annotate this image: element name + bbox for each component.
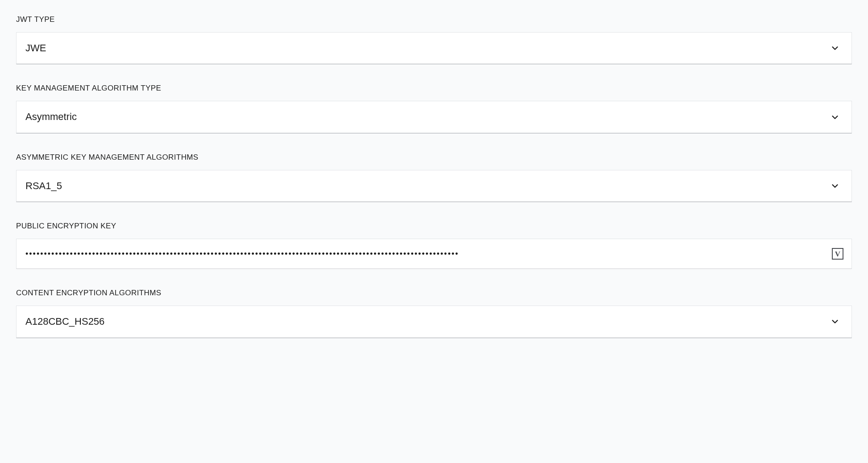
asym-key-algo-value: RSA1_5	[17, 170, 851, 202]
content-enc-algo-select[interactable]: A128CBC_HS256	[16, 306, 852, 338]
asym-key-algo-select[interactable]: RSA1_5	[16, 170, 852, 202]
jwt-type-value: JWE	[17, 33, 851, 64]
asym-key-algo-group: ASYMMETRIC KEY MANAGEMENT ALGORITHMS RSA…	[16, 153, 852, 202]
jwt-config-form: JWT TYPE JWE KEY MANAGEMENT ALGORITHM TY…	[0, 15, 868, 338]
content-enc-algo-group: CONTENT ENCRYPTION ALGORITHMS A128CBC_HS…	[16, 289, 852, 338]
jwt-type-select[interactable]: JWE	[16, 32, 852, 64]
vault-icon-letter: V	[835, 250, 840, 258]
jwt-type-group: JWT TYPE JWE	[16, 15, 852, 64]
public-enc-key-group: PUBLIC ENCRYPTION KEY ••••••••••••••••••…	[16, 222, 852, 269]
vault-icon[interactable]: V	[832, 248, 843, 260]
asym-key-algo-label: ASYMMETRIC KEY MANAGEMENT ALGORITHMS	[16, 153, 852, 162]
key-mgmt-type-label: KEY MANAGEMENT ALGORITHM TYPE	[16, 84, 852, 93]
jwt-type-label: JWT TYPE	[16, 15, 852, 24]
content-enc-algo-label: CONTENT ENCRYPTION ALGORITHMS	[16, 289, 852, 298]
public-enc-key-wrapper: ••••••••••••••••••••••••••••••••••••••••…	[16, 239, 852, 269]
content-enc-algo-value: A128CBC_HS256	[17, 306, 851, 337]
key-mgmt-type-select[interactable]: Asymmetric	[16, 101, 852, 133]
public-enc-key-label: PUBLIC ENCRYPTION KEY	[16, 222, 852, 231]
key-mgmt-type-group: KEY MANAGEMENT ALGORITHM TYPE Asymmetric	[16, 84, 852, 133]
key-mgmt-type-value: Asymmetric	[17, 101, 851, 132]
public-enc-key-input[interactable]: ••••••••••••••••••••••••••••••••••••••••…	[17, 239, 820, 269]
